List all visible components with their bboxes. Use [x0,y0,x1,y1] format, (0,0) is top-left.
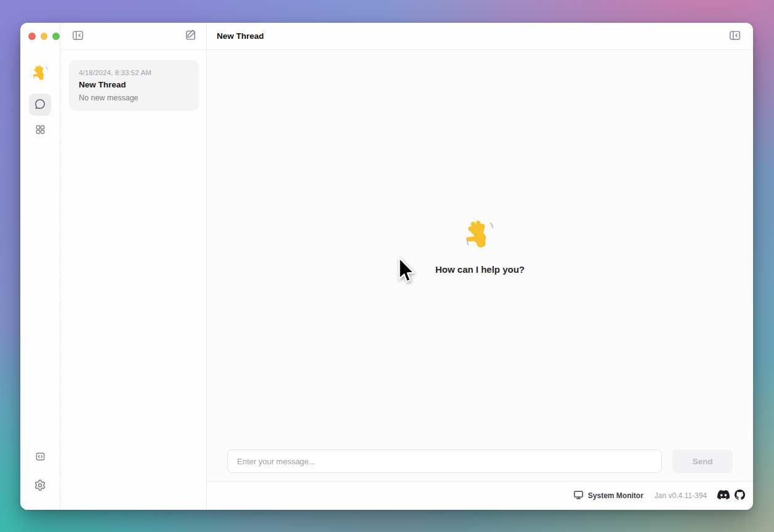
greeting-text: How can I help you? [435,264,525,275]
send-button[interactable]: Send [672,449,733,473]
empty-state: How can I help you? [435,218,525,275]
thread-list-panel: 4/18/2024, 8:33:52 AM New Thread No new … [60,23,206,510]
app-logo-wave-icon [31,64,49,84]
thread-title: New Thread [79,80,189,89]
panel-left-icon [72,30,84,42]
system-monitor-label: System Monitor [588,491,643,500]
app-window: 4/18/2024, 8:33:52 AM New Thread No new … [20,23,753,510]
icon-rail [20,23,60,510]
page-title: New Thread [217,31,264,41]
chat-empty-area: How can I help you? [207,50,753,442]
new-thread-button[interactable] [183,27,199,45]
collapse-left-panel-button[interactable] [70,28,86,44]
panel-right-icon [729,30,741,42]
message-composer: Send [207,442,753,481]
message-input[interactable] [227,449,662,473]
monitor-icon [573,490,584,502]
close-window-button[interactable] [28,33,36,40]
system-monitor-button[interactable]: System Monitor [573,490,643,502]
toggle-right-panel-button[interactable] [727,28,743,44]
app-version-label: Jan v0.4.11-394 [655,491,707,500]
minimize-window-button[interactable] [41,33,48,40]
chat-bubble-icon [34,99,46,111]
code-window-icon [35,451,46,464]
discord-icon [717,490,730,501]
settings-button[interactable] [29,475,51,497]
grid-icon [35,124,46,137]
nav-threads-button[interactable] [29,94,51,116]
wave-hand-icon [463,218,496,254]
nav-hub-button[interactable] [29,119,51,142]
zoom-window-button[interactable] [52,33,60,40]
github-icon [735,490,745,502]
mouse-pointer-icon [397,257,414,285]
gear-icon [34,480,46,493]
chat-panel: New Thread How can I [206,23,753,510]
thread-list-header [60,23,206,50]
chat-header: New Thread [207,23,753,50]
github-link[interactable] [735,490,745,502]
local-api-server-button[interactable] [29,446,51,469]
compose-icon [185,29,197,43]
traffic-lights [20,23,60,50]
thread-list-item[interactable]: 4/18/2024, 8:33:52 AM New Thread No new … [69,60,199,111]
desktop-background: 4/18/2024, 8:33:52 AM New Thread No new … [0,0,774,532]
status-footer: System Monitor Jan v0.4.11-394 [207,481,753,510]
discord-link[interactable] [717,490,730,501]
thread-preview: No new message [79,94,189,102]
thread-timestamp: 4/18/2024, 8:33:52 AM [79,69,189,76]
